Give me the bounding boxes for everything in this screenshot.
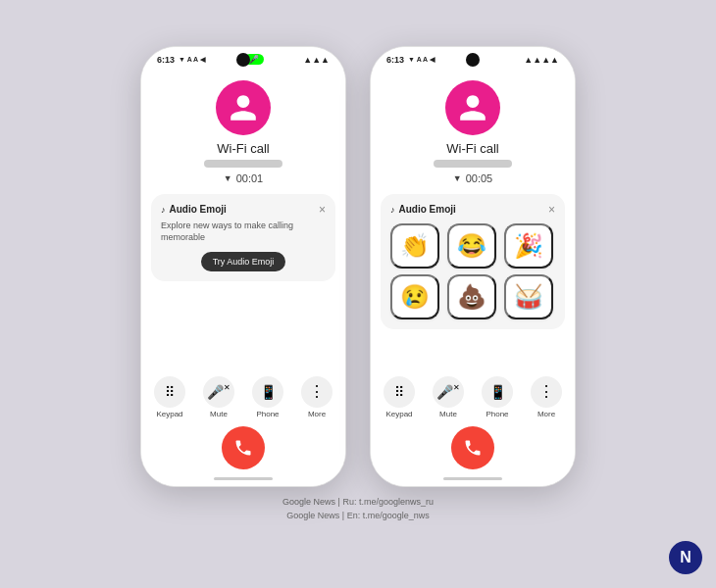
keypad-label-2: Keypad — [385, 410, 412, 418]
phone-2: 6:13 ▼ A A ◀ ▲▲▲▲ Wi-Fi call ▼ 00:05 ♪ — [370, 46, 576, 487]
call-timer-2: ▼ 00:05 — [453, 172, 492, 184]
mute-btn-1[interactable]: 🎤✕ Mute — [203, 376, 234, 418]
more-btn-1[interactable]: ⋮ More — [301, 376, 332, 418]
call-timer-1: ▼ 00:01 — [224, 172, 263, 184]
avatar-1 — [216, 80, 271, 135]
call-number-1 — [204, 160, 282, 168]
avatar-2 — [445, 80, 500, 135]
call-screen-2: Wi-Fi call ▼ 00:05 ♪ Audio Emoji × 👏 😂 � — [371, 69, 575, 486]
call-screen-1: Wi-Fi call ▼ 00:01 ♪ Audio Emoji × Explo… — [141, 69, 345, 486]
close-btn-1[interactable]: × — [319, 204, 326, 216]
status-signal-1: ▲▲▲ — [303, 55, 330, 65]
emoji-laugh[interactable]: 😂 — [447, 223, 496, 269]
close-btn-2[interactable]: × — [548, 204, 555, 216]
footer: Google News | Ru: t.me/googlenws_ru Goog… — [282, 495, 434, 523]
home-bar-1 — [214, 477, 273, 480]
more-label-2: More — [537, 410, 555, 418]
audio-emoji-card-1: ♪ Audio Emoji × Explore new ways to make… — [151, 194, 335, 281]
try-audio-emoji-btn[interactable]: Try Audio Emoji — [201, 252, 286, 271]
mute-btn-2[interactable]: 🎤✕ Mute — [433, 376, 464, 418]
phone-label-1: Phone — [256, 410, 279, 418]
phone-1: 6:13 ▼ A A ◀ 🎤 ▲▲▲ Wi-Fi call ▼ 00:01 ♪ — [140, 46, 346, 487]
phone-btn-1[interactable]: 📱 Phone — [252, 376, 283, 418]
phone-icon-1: 📱 — [252, 376, 283, 408]
keypad-label-1: Keypad — [156, 410, 182, 418]
emoji-cry[interactable]: 😢 — [390, 274, 439, 319]
status-time-1: 6:13 ▼ A A ◀ — [157, 55, 205, 65]
music-icon-2: ♪ — [390, 205, 395, 215]
keypad-icon-1: ⠿ — [154, 376, 185, 408]
action-bar-2: ⠿ Keypad 🎤✕ Mute 📱 Phone ⋮ More — [371, 368, 575, 422]
keypad-btn-2[interactable]: ⠿ Keypad — [384, 376, 415, 418]
call-name-1: Wi-Fi call — [217, 141, 269, 156]
action-bar-1: ⠿ Keypad 🎤✕ Mute 📱 Phone ⋮ More — [141, 368, 345, 422]
end-call-btn-2[interactable] — [451, 426, 494, 469]
emoji-drum[interactable]: 🥁 — [504, 274, 553, 319]
end-call-btn-1[interactable] — [222, 426, 265, 469]
audio-emoji-header-2: ♪ Audio Emoji × — [390, 204, 555, 216]
status-signal-2: ▲▲▲▲ — [524, 55, 559, 65]
mute-icon-2: 🎤✕ — [433, 376, 464, 408]
more-icon-2: ⋮ — [531, 376, 562, 408]
keypad-icon-2: ⠿ — [384, 376, 415, 408]
audio-emoji-card-2: ♪ Audio Emoji × 👏 😂 🎉 😢 💩 🥁 — [381, 194, 565, 329]
call-number-2 — [434, 160, 512, 168]
more-label-1: More — [308, 410, 326, 418]
more-icon-1: ⋮ — [301, 376, 332, 408]
mute-label-2: Mute — [439, 410, 457, 418]
home-bar-2 — [443, 477, 502, 480]
call-name-2: Wi-Fi call — [446, 141, 498, 156]
mute-icon-1: 🎤✕ — [203, 376, 234, 408]
emoji-clap[interactable]: 👏 — [390, 223, 439, 269]
status-time-2: 6:13 ▼ A A ◀ — [386, 55, 435, 65]
audio-emoji-header-1: ♪ Audio Emoji × — [161, 204, 326, 216]
phones-container: 6:13 ▼ A A ◀ 🎤 ▲▲▲ Wi-Fi call ▼ 00:01 ♪ — [140, 46, 576, 487]
logo-badge: N — [669, 541, 702, 574]
emoji-grid: 👏 😂 🎉 😢 💩 🥁 — [390, 220, 555, 319]
phone-btn-2[interactable]: 📱 Phone — [482, 376, 513, 418]
keypad-btn-1[interactable]: ⠿ Keypad — [154, 376, 185, 418]
phone-label-2: Phone — [486, 410, 508, 418]
emoji-poop[interactable]: 💩 — [447, 274, 496, 319]
notch-1 — [236, 53, 250, 67]
audio-emoji-title-1: ♪ Audio Emoji — [161, 204, 227, 215]
emoji-confetti[interactable]: 🎉 — [504, 223, 553, 269]
audio-emoji-title-2: ♪ Audio Emoji — [390, 204, 456, 215]
music-icon-1: ♪ — [161, 205, 166, 215]
audio-emoji-desc-1: Explore new ways to make calling memorab… — [161, 220, 326, 244]
notch-2 — [466, 53, 480, 67]
more-btn-2[interactable]: ⋮ More — [531, 376, 562, 418]
phone-icon-2: 📱 — [482, 376, 513, 408]
mute-label-1: Mute — [210, 410, 228, 418]
